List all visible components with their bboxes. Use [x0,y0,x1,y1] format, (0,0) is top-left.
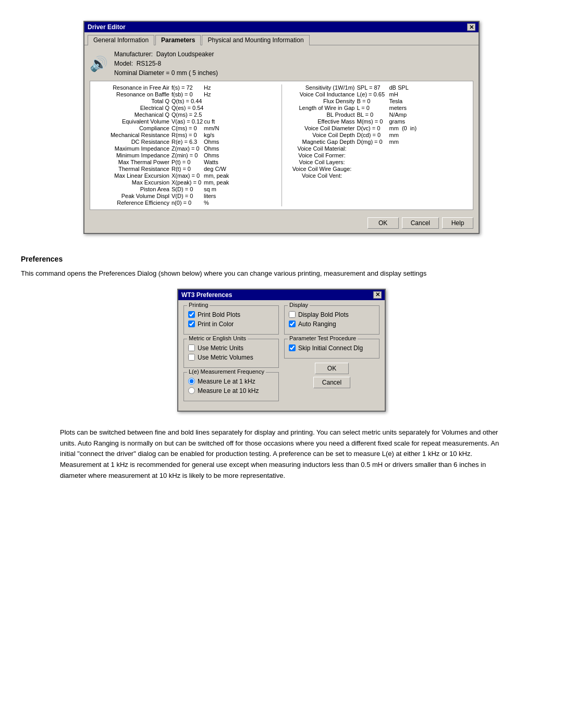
wt3-preferences-titlebar: WT3 Preferences ✕ [178,290,385,300]
cancel-button[interactable]: Cancel [402,217,439,229]
display-bold-plots-label: Display Bold Plots [298,311,349,318]
auto-ranging-label: Auto Ranging [298,320,336,328]
wt3-ok-button[interactable]: OK [315,363,349,374]
use-metric-volumes-row[interactable]: Use Metric Volumes [188,354,274,361]
param-row-re: DC Resistance R(e) = 6.3 Ohms [93,139,274,145]
print-in-color-checkbox[interactable] [188,320,195,327]
param-row-dvc: Voice Coil Diameter D(vc) = 0 mm (0 in) [289,125,470,131]
use-metric-units-checkbox[interactable] [188,344,195,351]
driver-editor-title: Driver Editor [88,23,126,31]
param-row-vas: Equivalent Volume V(as) = 0.12 cu ft [93,118,274,125]
tab-parameters[interactable]: Parameters [155,35,201,45]
skip-initial-connect-checkbox[interactable] [289,344,296,351]
driver-editor-titlebar: Driver Editor ✕ [84,22,479,32]
param-row-qes: Electrical Q Q(es) = 0.54 [93,105,274,111]
help-button[interactable]: Help [442,217,473,229]
param-row-dmg: Magnetic Gap Depth D(mg) = 0 mm [289,139,470,145]
param-row-xpeak: Max Excursion X(peak) = 0 mm, peak [93,179,274,186]
printing-group: Printing Print Bold Plots Print in Color [183,305,279,335]
driver-editor-dialog: Driver Editor ✕ General Information Para… [83,21,480,234]
param-row-xmax: Max Linear Excursion X(max) = 0 mm, peak [93,172,274,179]
param-row-sd: Piston Area S(D) = 0 sq m [93,186,274,192]
wt3-right-col: Display Display Bold Plots Auto Ranging [284,305,380,405]
auto-ranging-row[interactable]: Auto Ranging [289,320,375,328]
closing-text: Plots can be switched between fine and b… [60,427,503,482]
tab-physical-mounting[interactable]: Physical and Mounting Information [202,35,309,45]
param-row-fs: Resonance in Free Air f(s) = 72 Hz [93,84,274,91]
wt3-cancel-button[interactable]: Cancel [313,377,350,388]
ok-button[interactable]: OK [368,217,399,229]
param-row-qms: Mechanical Q Q(ms) = 2.5 [93,112,274,118]
params-divider [282,84,282,206]
use-metric-volumes-label: Use Metric Volumes [198,354,253,361]
measure-le-10khz-radio[interactable] [188,387,195,394]
params-area: Resonance in Free Air f(s) = 72 Hz Reson… [90,81,473,210]
le-group-title: L(e) Measurement Frequency [187,368,266,375]
preferences-intro: This command opens the Preferences Dialo… [21,268,464,279]
param-row-zmax: Maximum Impedance Z(max) = 0 Ohms [93,145,274,152]
use-metric-volumes-checkbox[interactable] [188,354,195,361]
print-in-color-label: Print in Color [198,320,234,328]
model-line: Model: RS125-8 [114,59,218,68]
display-bold-plots-row[interactable]: Display Bold Plots [289,311,375,318]
print-bold-plots-checkbox[interactable] [188,311,195,318]
speaker-icon: 🔊 [90,55,108,72]
tab-general-information[interactable]: General Information [88,35,154,45]
use-metric-units-row[interactable]: Use Metric Units [188,344,274,352]
preferences-section: Preferences This command opens the Prefe… [21,255,542,482]
measure-le-1khz-radio[interactable] [188,378,195,385]
le-group: L(e) Measurement Frequency Measure Le at… [183,372,279,401]
skip-initial-connect-label: Skip Initial Connect Dlg [298,344,363,352]
measure-le-10khz-label: Measure Le at 10 kHz [198,387,259,394]
display-group-title: Display [288,302,310,308]
display-group: Display Display Bold Plots Auto Ranging [284,305,380,335]
auto-ranging-checkbox[interactable] [289,320,296,327]
wt3-preferences-title: WT3 Preferences [181,291,232,299]
skip-initial-connect-row[interactable]: Skip Initial Connect Dlg [289,344,375,352]
print-bold-plots-label: Print Bold Plots [198,311,240,318]
use-metric-units-label: Use Metric Units [198,344,243,352]
metric-group: Metric or English Units Use Metric Units… [183,339,279,368]
wt3-left-col: Printing Print Bold Plots Print in Color [183,305,279,405]
param-row-lwg: Length of Wire in Gap L = 0 meters [289,105,470,111]
manufacturer-line: Manufacturer: Dayton Loudspeaker [114,50,218,59]
param-row-n0: Reference Efficiency n(0) = 0 % [93,200,274,206]
driver-header: 🔊 Manufacturer: Dayton Loudspeaker Model… [90,50,473,78]
param-row-dcd: Voice Coil Depth D(cd) = 0 mm [289,132,470,138]
param-test-group-title: Parameter Test Procedure [288,335,358,341]
display-bold-plots-checkbox[interactable] [289,311,296,318]
preferences-title: Preferences [21,255,542,263]
print-bold-plots-row[interactable]: Print Bold Plots [188,311,274,318]
param-row-qts: Total Q Q(ts) = 0.44 [93,98,274,104]
driver-editor-buttons: OK Cancel Help [84,214,479,233]
param-row-vcwire: Voice Coil Wire Gauge: [289,166,470,172]
wt3-close-button[interactable]: ✕ [373,291,382,299]
close-button[interactable]: ✕ [467,23,475,31]
wt3-prefs-body: Printing Print Bold Plots Print in Color [178,300,385,411]
driver-info: Manufacturer: Dayton Loudspeaker Model: … [114,50,218,78]
param-row-pt: Max Thermal Power P(t) = 0 Watts [93,159,274,165]
metric-group-title: Metric or English Units [187,335,248,341]
dialog-tabs: General Information Parameters Physical … [84,32,479,45]
param-row-rt: Thermal Resistance R(t) = 0 deg C/W [93,166,274,172]
param-row-le: Voice Coil Inductance L(e) = 0.65 mH [289,91,470,97]
wt3-preferences-dialog: WT3 Preferences ✕ Printing Print Bold Pl… [177,289,386,412]
measure-le-10khz-row[interactable]: Measure Le at 10 kHz [188,387,274,394]
param-row-vclayers: Voice Coil Layers: [289,159,470,165]
print-in-color-row[interactable]: Print in Color [188,320,274,328]
measure-le-1khz-row[interactable]: Measure Le at 1 kHz [188,378,274,385]
printing-group-title: Printing [187,302,210,308]
param-row-spl: Sensitivity (1W/1m) SPL = 87 dB SPL [289,84,470,91]
left-params-col: Resonance in Free Air f(s) = 72 Hz Reson… [93,84,274,206]
param-row-mms: Effective Mass M(ms) = 0 grams [289,118,470,125]
param-row-bl: BL Product BL = 0 N/Amp [289,112,470,118]
param-row-zmin: Minimum Impedance Z(min) = 0 Ohms [93,152,274,158]
dialog-body: 🔊 Manufacturer: Dayton Loudspeaker Model… [84,45,479,214]
param-row-b: Flux Density B = 0 Tesla [289,98,470,104]
nominal-diameter-line: Nominal Diameter = 0 mm ( 5 inches) [114,68,218,78]
param-row-vd: Peak Volume Displ V(D) = 0 liters [93,193,274,199]
measure-le-1khz-label: Measure Le at 1 kHz [198,378,255,385]
param-row-vcmat: Voice Coil Material: [289,145,470,152]
param-row-fsb: Resonance on Baffle f(sb) = 0 Hz [93,91,274,97]
param-row-vcvent: Voice Coil Vent: [289,172,470,179]
